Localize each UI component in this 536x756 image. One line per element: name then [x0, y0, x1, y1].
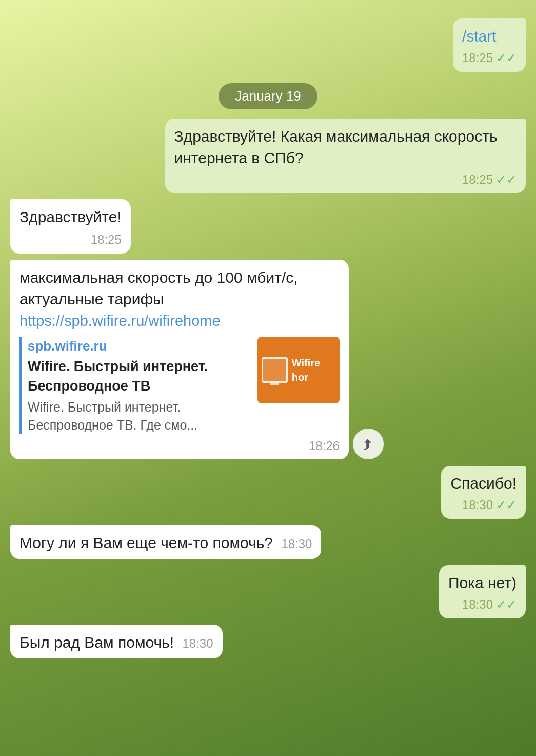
message-row-glad: Был рад Вам помочь! 18:30	[10, 625, 526, 658]
bubble-nope: Пока нет) 18:30 ✓✓	[439, 565, 526, 618]
speed-text: максимальная скорость до 100 мбит/с, акт…	[19, 269, 298, 307]
speed-link[interactable]: https://spb.wifire.ru/wifirehome	[19, 313, 221, 329]
speed-time: 18:26	[309, 437, 340, 455]
message-row-speed: максимальная скорость до 100 мбит/с, акт…	[10, 260, 526, 460]
link-title: Wifire. Быстрый интернет. Беспроводное Т…	[28, 357, 251, 396]
bubble-glad: Был рад Вам помочь! 18:30	[10, 625, 223, 658]
message-row-help: Могу ли я Вам еще чем-то помочь? 18:30	[10, 525, 526, 559]
thanks-read-icon: ✓✓	[496, 496, 517, 514]
link-card-row: spb.wifire.ru Wifire. Быстрый интернет. …	[28, 337, 340, 434]
help-time: 18:30	[281, 537, 312, 551]
date-separator: January 19	[10, 83, 526, 109]
nope-time: 18:30	[462, 596, 493, 613]
nope-text: Пока нет)	[448, 574, 517, 591]
chat-container: /start 18:25 ✓✓ January 19 Здравствуйте!…	[0, 10, 536, 669]
glad-text: Был рад Вам помочь!	[19, 634, 174, 651]
message-row-hello: Здравствуйте! 18:25	[10, 199, 526, 254]
start-time: 18:25	[462, 49, 493, 67]
start-text: /start	[462, 28, 497, 45]
nope-read-icon: ✓✓	[496, 596, 517, 613]
question-read-icon: ✓✓	[496, 171, 517, 188]
forward-button[interactable]: ⮭	[353, 429, 384, 459]
speed-msg-wrapper: максимальная скорость до 100 мбит/с, акт…	[10, 260, 384, 460]
message-row-thanks: Спасибо! 18:30 ✓✓	[10, 466, 526, 519]
message-row-nope: Пока нет) 18:30 ✓✓	[10, 565, 526, 618]
link-thumb-label: Wifire hor	[292, 356, 335, 384]
bubble-help: Могу ли я Вам еще чем-то помочь? 18:30	[10, 525, 321, 559]
bubble-question: Здравствуйте! Какая максимальная скорост…	[165, 119, 526, 193]
bubble-start: /start 18:25 ✓✓	[453, 18, 526, 72]
message-row-start: /start 18:25 ✓✓	[10, 18, 526, 72]
link-preview-card: spb.wifire.ru Wifire. Быстрый интернет. …	[19, 337, 340, 434]
link-thumbnail: Wifire hor	[257, 337, 340, 403]
thanks-text: Спасибо!	[450, 475, 517, 492]
question-text: Здравствуйте! Какая максимальная скорост…	[174, 128, 498, 166]
thanks-time: 18:30	[462, 496, 493, 514]
link-card-text: spb.wifire.ru Wifire. Быстрый интернет. …	[28, 337, 251, 434]
link-domain: spb.wifire.ru	[28, 337, 251, 355]
help-text: Могу ли я Вам еще чем-то помочь?	[19, 534, 273, 551]
link-desc: Wifire. Быстрый интернет. Беспроводное Т…	[28, 398, 251, 434]
message-row-question: Здравствуйте! Какая максимальная скорост…	[10, 119, 526, 193]
hello-time: 18:25	[91, 231, 122, 248]
bubble-thanks: Спасибо! 18:30 ✓✓	[441, 466, 526, 519]
bubble-hello: Здравствуйте! 18:25	[10, 199, 131, 254]
bubble-speed: максимальная скорость до 100 мбит/с, акт…	[10, 260, 349, 460]
glad-time: 18:30	[182, 636, 213, 650]
question-time: 18:25	[462, 171, 493, 188]
start-read-icon: ✓✓	[496, 49, 517, 67]
date-pill-text: January 19	[219, 83, 317, 109]
hello-text: Здравствуйте!	[19, 208, 122, 225]
